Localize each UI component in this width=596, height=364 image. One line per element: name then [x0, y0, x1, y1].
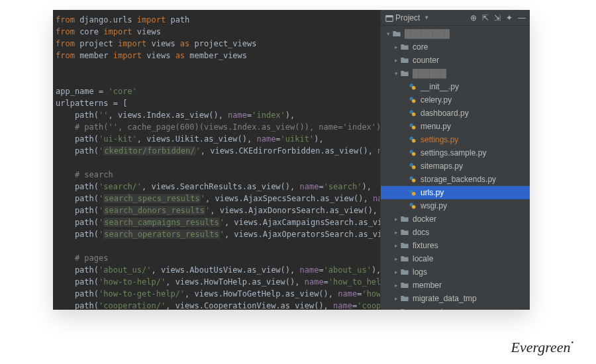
- python-file-icon: [407, 121, 418, 132]
- tree-file[interactable]: urls.py: [381, 186, 530, 199]
- expand-icon[interactable]: ⇲: [494, 13, 501, 23]
- code-line[interactable]: # path('', cache_page(600)(views.Index.a…: [53, 121, 380, 133]
- chevron-icon[interactable]: ▸: [393, 295, 399, 302]
- folder-icon: [399, 267, 410, 277]
- folder-icon: [399, 240, 410, 251]
- code-line[interactable]: path('search_specs_results', views.AjaxS…: [53, 193, 380, 205]
- tree-file[interactable]: menu.py: [381, 120, 530, 133]
- svg-point-3: [412, 86, 416, 90]
- project-tool-title[interactable]: Project ▼: [385, 13, 470, 23]
- tree-folder[interactable]: ▸locale: [381, 252, 530, 265]
- chevron-icon[interactable]: ▸: [393, 216, 399, 222]
- code-line[interactable]: app_name = 'core': [53, 85, 380, 97]
- watermark: Evergreen: [511, 339, 573, 356]
- tree-file[interactable]: celery.py: [381, 93, 530, 107]
- code-line[interactable]: from django.urls import path: [53, 14, 380, 26]
- code-line[interactable]: path('ui-kit', views.Uikit.as_view(), na…: [53, 133, 380, 145]
- svg-point-19: [412, 192, 416, 196]
- chevron-icon[interactable]: ▸: [393, 255, 399, 262]
- tree-item-label: celery.py: [421, 95, 452, 105]
- folder-icon: [399, 55, 410, 66]
- tree-file[interactable]: settings.sample.py: [381, 146, 530, 159]
- folder-icon: [399, 306, 410, 310]
- tree-folder[interactable]: ▸docker: [381, 212, 530, 226]
- hide-icon[interactable]: —: [518, 13, 526, 23]
- folder-icon: [399, 42, 410, 52]
- chevron-icon[interactable]: ▸: [393, 269, 399, 275]
- chevron-icon[interactable]: ▸: [393, 44, 399, 50]
- chevron-icon[interactable]: ▸: [393, 282, 399, 289]
- code-line[interactable]: path('search_operators_results', views.A…: [53, 228, 380, 240]
- tree-item-label: settings.py: [421, 135, 458, 144]
- chevron-icon[interactable]: ▾: [385, 30, 391, 37]
- collapse-icon[interactable]: ⇱: [482, 13, 489, 23]
- code-line[interactable]: path('', views.Index.as_view(), name='in…: [53, 109, 380, 121]
- chevron-icon[interactable]: ▸: [393, 308, 399, 310]
- chevron-icon[interactable]: ▸: [393, 242, 399, 249]
- code-line[interactable]: path('search_campaigns_results', views.A…: [53, 216, 380, 228]
- code-line[interactable]: from core import views: [53, 26, 380, 38]
- tree-folder[interactable]: ▸core: [381, 40, 530, 54]
- code-line[interactable]: path('ckeditor/forbidden/', views.CKEdir…: [53, 145, 380, 157]
- tree-file[interactable]: sitemaps.py: [381, 159, 530, 173]
- chevron-icon[interactable]: ▸: [393, 57, 399, 64]
- tree-item-label: wsgi.py: [421, 201, 447, 210]
- code-line[interactable]: [53, 73, 380, 85]
- tree-file[interactable]: settings.py: [381, 133, 530, 146]
- code-line[interactable]: path('search/', views.SearchResults.as_v…: [53, 181, 380, 193]
- code-line[interactable]: path('cooperation/', views.CooperationVi…: [53, 300, 380, 310]
- code-line[interactable]: # search: [53, 169, 380, 181]
- target-icon[interactable]: ⊕: [470, 13, 477, 23]
- tree-item-label: sitemaps.py: [421, 161, 463, 171]
- code-line[interactable]: path('how-to-get-help/', views.HowToGetH…: [53, 288, 380, 300]
- tree-folder[interactable]: ▾██████: [381, 67, 530, 80]
- code-line[interactable]: path('search_donors_results', views.Ajax…: [53, 205, 380, 216]
- code-line[interactable]: from project import views as project_vie…: [53, 38, 380, 50]
- ide-window: from django.urls import pathfrom core im…: [53, 10, 530, 310]
- chevron-icon[interactable]: ▸: [393, 229, 399, 236]
- python-file-icon: [407, 148, 418, 158]
- tree-item-label: storage_backends.py: [421, 175, 496, 184]
- code-line[interactable]: urlpatterns = [: [53, 97, 380, 109]
- chevron-icon[interactable]: ▾: [393, 70, 399, 77]
- tree-folder[interactable]: ▾████████: [381, 27, 530, 40]
- tree-file[interactable]: __init__.py: [381, 80, 530, 93]
- code-line[interactable]: [53, 157, 380, 169]
- tree-folder[interactable]: ▸member: [381, 279, 530, 292]
- code-line[interactable]: path('about_us/', views.AboutUsView.as_v…: [53, 264, 380, 276]
- python-file-icon: [407, 174, 418, 185]
- chevron-down-icon: ▼: [424, 15, 429, 21]
- tree-folder[interactable]: ▸docs: [381, 226, 530, 239]
- python-file-icon: [407, 201, 418, 211]
- tree-item-label: __init__.py: [421, 82, 459, 91]
- tree-folder[interactable]: ▸payment: [381, 305, 530, 310]
- code-line[interactable]: path('how-to-help/', views.HowToHelp.as_…: [53, 276, 380, 288]
- tree-item-label: locale: [413, 254, 433, 263]
- tree-folder[interactable]: ▸fixtures: [381, 239, 530, 252]
- python-file-icon: [407, 161, 418, 171]
- tree-file[interactable]: wsgi.py: [381, 199, 530, 212]
- tree-item-label: fixtures: [413, 241, 438, 250]
- folder-icon: [399, 293, 410, 304]
- python-file-icon: [407, 134, 418, 145]
- tree-folder[interactable]: ▸migrate_data_tmp: [381, 292, 530, 305]
- tree-file[interactable]: storage_backends.py: [381, 173, 530, 186]
- tree-item-label: logs: [413, 267, 427, 277]
- svg-point-15: [412, 165, 416, 169]
- code-editor[interactable]: from django.urls import pathfrom core im…: [53, 10, 380, 310]
- code-line[interactable]: [53, 240, 380, 252]
- code-line[interactable]: from member import views as member_views: [53, 50, 380, 62]
- code-line[interactable]: # pages: [53, 252, 380, 264]
- tree-item-label: docker: [413, 214, 436, 224]
- tree-file[interactable]: dashboard.py: [381, 107, 530, 120]
- tree-item-label: urls.py: [421, 188, 444, 197]
- tree-folder[interactable]: ▸counter: [381, 54, 530, 67]
- folder-icon: [399, 227, 410, 238]
- code-line[interactable]: [53, 62, 380, 73]
- tree-item-label: docs: [413, 228, 429, 237]
- tree-folder[interactable]: ▸logs: [381, 265, 530, 279]
- tree-item-label: member: [413, 281, 442, 290]
- gear-icon[interactable]: ✦: [506, 13, 513, 23]
- folder-icon: [391, 28, 402, 39]
- project-tree[interactable]: ▾████████▸core▸counter▾██████__init__.py…: [381, 26, 530, 310]
